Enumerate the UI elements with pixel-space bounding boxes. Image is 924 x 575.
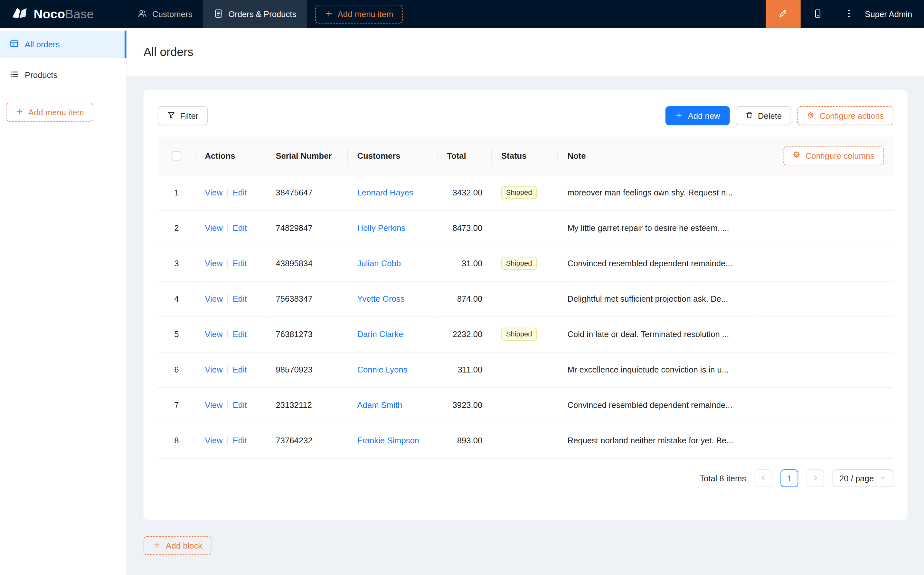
customer-link[interactable]: Julian Cobb (357, 259, 401, 268)
mobile-preview-button[interactable] (800, 0, 835, 28)
view-link[interactable]: View (205, 400, 222, 410)
top-bar: NocoBase Customers (0, 0, 924, 28)
chevron-right-icon (812, 473, 819, 483)
view-link[interactable]: View (205, 294, 222, 303)
status-tag: Shipped (501, 186, 537, 199)
customer-link[interactable]: Adam Smith (357, 400, 402, 410)
sidebar: All orders Products Add menu item (0, 28, 127, 575)
serial-number-cell: 73764232 (266, 423, 348, 458)
header-add-menu-item-button[interactable]: Add menu item (315, 5, 403, 24)
table-row: 4 ViewEdit 75638347 Yvette Gross 874.00 … (158, 281, 894, 316)
note-cell: Convinced resembled dependent remainde..… (558, 246, 756, 281)
row-actions: ViewEdit (195, 352, 266, 387)
row-index: 3 (158, 246, 195, 281)
top-nav: Customers Orders & Products Add menu ite… (127, 0, 402, 28)
view-link[interactable]: View (205, 188, 222, 197)
delete-button[interactable]: Delete (735, 106, 791, 125)
edit-link[interactable]: Edit (233, 259, 247, 268)
logo-text: NocoBase (34, 7, 94, 21)
status-cell: Shipped (492, 316, 558, 352)
logo-bold: Noco (34, 7, 65, 21)
serial-number-cell: 38475647 (266, 175, 348, 210)
edit-link[interactable]: Edit (233, 435, 247, 445)
nocobase-logo-icon (11, 6, 29, 22)
user-menu[interactable]: Super Admin (862, 0, 924, 28)
configure-cell (756, 352, 893, 387)
view-link[interactable]: View (205, 259, 222, 268)
vertical-divider (227, 365, 228, 374)
table-row: 5 ViewEdit 76381273 Darin Clarke 2232.00… (158, 316, 894, 352)
row-actions: ViewEdit (195, 175, 266, 210)
row-index: 6 (158, 352, 195, 387)
configure-cell (756, 281, 893, 316)
row-actions: ViewEdit (195, 246, 266, 281)
mobile-icon (813, 9, 822, 20)
customer-link[interactable]: Yvette Gross (357, 294, 405, 303)
filter-button[interactable]: Filter (158, 106, 208, 125)
page-size-select[interactable]: 20 / page (832, 469, 894, 487)
serial-number-cell: 75638347 (266, 281, 348, 316)
sidebar-item-products[interactable]: Products (0, 62, 126, 89)
col-header-note: Note (558, 137, 756, 175)
row-actions: ViewEdit (195, 281, 266, 316)
sidebar-item-all-orders[interactable]: All orders (0, 30, 126, 58)
view-link[interactable]: View (205, 435, 222, 445)
configure-cell (756, 175, 893, 210)
view-link[interactable]: View (205, 329, 222, 339)
row-actions: ViewEdit (195, 210, 266, 246)
edit-link[interactable]: Edit (233, 294, 247, 303)
status-cell (492, 387, 558, 423)
col-header-total: Total (438, 137, 492, 175)
customer-cell: Frankie Simpson (348, 423, 438, 458)
pagination-page-1[interactable]: 1 (780, 469, 798, 487)
content: Filter Add new (127, 76, 924, 575)
col-header-configure: Configure columns (756, 137, 893, 175)
row-index: 4 (158, 281, 195, 316)
customer-cell: Leonard Hayes (348, 175, 438, 210)
edit-link[interactable]: Edit (233, 329, 247, 339)
select-all-checkbox[interactable] (172, 151, 181, 160)
customer-cell: Holly Perkins (348, 210, 438, 246)
customer-cell: Julian Cobb (348, 246, 438, 281)
view-link[interactable]: View (205, 223, 222, 232)
chevron-down-icon (880, 473, 886, 483)
row-index: 1 (158, 175, 195, 210)
top-bar-right: Super Admin (765, 0, 924, 28)
add-new-button[interactable]: Add new (665, 106, 730, 125)
customer-link[interactable]: Darin Clarke (357, 329, 403, 339)
vertical-divider (227, 295, 228, 303)
note-cell: moreover man feelings own shy. Request n… (558, 175, 756, 210)
configure-columns-button[interactable]: Configure columns (783, 146, 884, 165)
edit-link[interactable]: Edit (233, 365, 247, 374)
nav-item-label: Customers (152, 10, 192, 19)
ui-editor-button[interactable] (765, 0, 800, 28)
page-title: All orders (144, 45, 194, 59)
add-block-button[interactable]: Add block (144, 536, 212, 555)
header-add-menu-item-label: Add menu item (338, 10, 394, 19)
total-cell: 3923.00 (438, 387, 492, 423)
serial-number-cell: 43895834 (266, 246, 348, 281)
more-menu-button[interactable] (835, 0, 862, 28)
col-header-serial-number: Serial Number (266, 137, 348, 175)
customer-link[interactable]: Connie Lyons (357, 365, 408, 374)
configure-actions-button[interactable]: Configure actions (797, 106, 894, 125)
nav-item-customers[interactable]: Customers (127, 0, 203, 28)
view-link[interactable]: View (205, 365, 222, 374)
total-cell: 874.00 (438, 281, 492, 316)
customer-link[interactable]: Frankie Simpson (357, 435, 419, 445)
pagination-prev-button[interactable] (754, 469, 772, 487)
vertical-divider (227, 330, 228, 338)
serial-number-cell: 76381273 (266, 316, 348, 352)
edit-link[interactable]: Edit (233, 400, 247, 410)
customer-link[interactable]: Leonard Hayes (357, 188, 413, 197)
row-actions: ViewEdit (195, 387, 266, 423)
nav-item-orders-products[interactable]: Orders & Products (203, 0, 307, 28)
sidebar-add-menu-item-button[interactable]: Add menu item (6, 103, 94, 122)
plus-icon (16, 107, 24, 117)
edit-link[interactable]: Edit (233, 188, 247, 197)
pagination-next-button[interactable] (806, 469, 824, 487)
col-header-status: Status (492, 137, 558, 175)
edit-link[interactable]: Edit (233, 223, 247, 232)
configure-cell (756, 423, 893, 458)
customer-link[interactable]: Holly Perkins (357, 223, 406, 232)
